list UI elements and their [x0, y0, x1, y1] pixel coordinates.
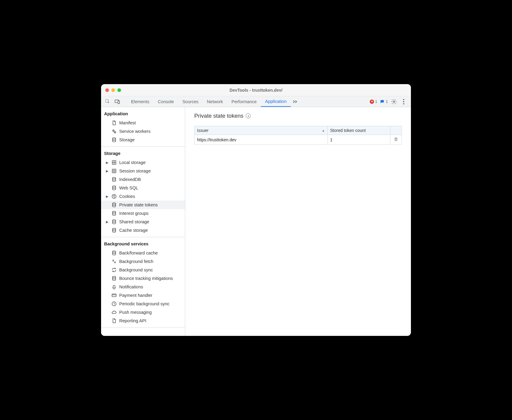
svg-point-20 [113, 220, 116, 221]
svg-point-22 [113, 251, 116, 252]
section-title: Background services [101, 237, 185, 249]
svg-rect-24 [112, 294, 116, 297]
sidebar-item-label: Bounce tracking mitigations [119, 276, 173, 281]
sidebar-item-label: Reporting API [119, 318, 146, 323]
expand-caret-icon[interactable]: ▶ [105, 195, 109, 199]
sidebar-item-bounce-tracking-mitigations[interactable]: Bounce tracking mitigations [101, 274, 185, 283]
tab-sources[interactable]: Sources [178, 96, 203, 107]
svg-point-5 [403, 101, 404, 102]
updown-icon [111, 259, 117, 264]
sidebar-item-reporting-api[interactable]: Reporting API [101, 317, 185, 325]
sidebar-item-notifications[interactable]: Notifications [101, 283, 185, 291]
expand-caret-icon[interactable]: ▶ [105, 169, 109, 173]
tab-console[interactable]: Console [153, 96, 178, 107]
info-icon[interactable]: i [246, 113, 251, 118]
sidebar-item-payment-handler[interactable]: Payment handler [101, 291, 185, 300]
storage-icon [111, 211, 117, 216]
maximize-window-button[interactable] [117, 88, 121, 92]
svg-point-19 [113, 211, 116, 213]
sidebar-item-label: Storage [119, 137, 135, 142]
message-count-badge[interactable]: 1 [380, 99, 388, 104]
delete-icon[interactable] [394, 137, 398, 142]
sidebar-item-push-messaging[interactable]: Push messaging [101, 308, 185, 317]
clock-icon [111, 301, 117, 307]
devtools-window: DevTools - trusttoken.dev/ ElementsConso… [101, 84, 411, 336]
sidebar-item-label: Back/forward cache [119, 251, 158, 255]
storage-icon [111, 219, 117, 225]
sidebar-item-web-sql[interactable]: Web SQL [101, 184, 185, 192]
sidebar-item-label: Interest groups [119, 211, 149, 216]
cloud-icon [111, 310, 117, 315]
close-window-button[interactable] [105, 88, 109, 92]
section-title: Storage [101, 147, 185, 158]
sidebar-item-back-forward-cache[interactable]: Back/forward cache [101, 249, 185, 257]
sidebar-item-private-state-tokens[interactable]: Private state tokens [101, 201, 185, 209]
more-menu-icon[interactable] [400, 99, 407, 104]
sidebar-item-interest-groups[interactable]: Interest groups [101, 209, 185, 218]
sidebar-item-indexeddb[interactable]: IndexedDB [101, 175, 185, 184]
grid-icon [111, 160, 117, 165]
window-title: DevTools - trusttoken.dev/ [101, 88, 411, 93]
error-count-badge[interactable]: ✕ 1 [370, 99, 377, 104]
sidebar-item-label: Cookies [119, 194, 135, 199]
sidebar-item-shared-storage[interactable]: ▶Shared storage [101, 218, 185, 226]
tab-application[interactable]: Application [261, 96, 291, 107]
sidebar: ApplicationManifestService workersStorag… [101, 107, 185, 336]
card-icon [111, 293, 117, 298]
tabstrip: ElementsConsoleSourcesNetworkPerformance… [101, 96, 411, 107]
sidebar-item-label: Service workers [119, 129, 150, 134]
table-row[interactable]: https://trusttoken.dev1 [195, 135, 402, 145]
svg-point-21 [113, 228, 116, 230]
storage-icon [111, 177, 117, 182]
sidebar-item-label: IndexedDB [119, 177, 141, 182]
sidebar-item-background-sync[interactable]: Background sync [101, 266, 185, 274]
sidebar-item-cookies[interactable]: ▶Cookies [101, 192, 185, 201]
device-toolbar-icon[interactable] [113, 99, 122, 104]
heading-text: Private state tokens [194, 113, 243, 119]
sidebar-item-session-storage[interactable]: ▶Session storage [101, 167, 185, 175]
tokens-table: Issuer ▲ Stored token count https://trus… [194, 126, 402, 145]
tab-network[interactable]: Network [203, 96, 227, 107]
sidebar-item-local-storage[interactable]: ▶Local storage [101, 158, 185, 167]
sidebar-item-cache-storage[interactable]: Cache storage [101, 226, 185, 235]
svg-point-13 [113, 186, 116, 187]
column-header-issuer[interactable]: Issuer ▲ [195, 126, 328, 135]
tab-performance[interactable]: Performance [227, 96, 261, 107]
grid-icon [111, 168, 117, 174]
svg-point-16 [114, 195, 115, 196]
sidebar-item-label: Push messaging [119, 310, 152, 315]
expand-caret-icon[interactable]: ▶ [105, 220, 109, 224]
cell-issuer: https://trusttoken.dev [195, 135, 328, 145]
minimize-window-button[interactable] [111, 88, 115, 92]
svg-point-12 [113, 177, 116, 179]
more-tabs-icon[interactable] [291, 96, 299, 107]
sidebar-item-periodic-background-sync[interactable]: Periodic background sync [101, 300, 185, 308]
tab-elements[interactable]: Elements [127, 96, 153, 107]
file-icon [111, 120, 117, 126]
sidebar-item-storage[interactable]: Storage [101, 136, 185, 144]
svg-point-6 [403, 103, 404, 104]
sync-icon [111, 267, 117, 273]
inspect-icon[interactable] [103, 99, 112, 104]
sidebar-item-service-workers[interactable]: Service workers [101, 127, 185, 136]
svg-point-18 [113, 203, 116, 204]
sidebar-item-label: Session storage [119, 169, 151, 173]
svg-rect-2 [118, 101, 120, 103]
sidebar-item-label: Notifications [119, 284, 143, 289]
svg-point-14 [112, 194, 116, 199]
sidebar-item-label: Manifest [119, 120, 136, 125]
sidebar-item-manifest[interactable]: Manifest [101, 119, 185, 127]
bell-icon [111, 284, 117, 290]
svg-point-17 [114, 197, 115, 198]
expand-caret-icon[interactable]: ▶ [105, 161, 109, 165]
gears-icon [111, 129, 117, 134]
column-header-count[interactable]: Stored token count [328, 126, 390, 135]
svg-point-4 [403, 99, 404, 100]
settings-icon[interactable] [390, 99, 398, 105]
sidebar-item-label: Shared storage [119, 219, 149, 224]
cell-count: 1 [328, 135, 390, 145]
storage-icon [111, 185, 117, 191]
window-controls [105, 88, 121, 92]
sidebar-item-label: Periodic background sync [119, 301, 169, 306]
sidebar-item-background-fetch[interactable]: Background fetch [101, 257, 185, 266]
